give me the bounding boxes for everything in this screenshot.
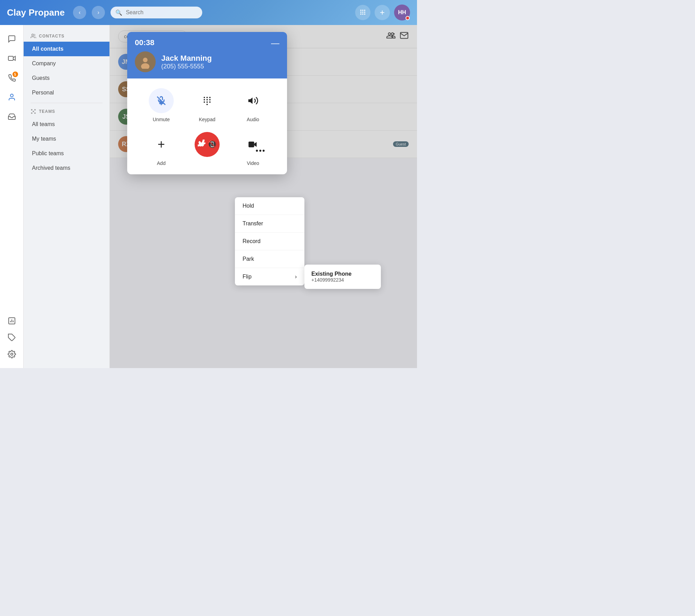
end-call-icon [198, 140, 207, 149]
add-label: Add [157, 160, 166, 166]
caller-avatar-icon [138, 55, 152, 69]
svg-point-34 [209, 99, 211, 100]
svg-point-31 [209, 97, 211, 98]
chat-icon [8, 35, 16, 43]
keypad-icon-wrap [195, 88, 220, 113]
sidebar-item-integrations[interactable] [3, 329, 20, 346]
settings-icon [8, 350, 16, 358]
svg-point-26 [143, 58, 147, 62]
svg-point-6 [360, 14, 362, 15]
nav-back-button[interactable]: ‹ [73, 6, 86, 19]
hangup-symbol: 📵 [207, 140, 217, 149]
header-search-input[interactable] [111, 7, 202, 18]
svg-point-8 [364, 14, 366, 15]
svg-point-19 [31, 109, 32, 110]
minimize-button[interactable]: — [271, 38, 279, 48]
teams-section-header: TEAMS [24, 106, 109, 117]
call-contact-info: Jack Manning (205) 555-5555 [135, 51, 271, 72]
more-icon: ••• [248, 138, 273, 163]
call-dialog: 00:38 Jack Manning (205) 5 [127, 32, 287, 174]
sidebar-item-public-teams[interactable]: Public teams [24, 146, 109, 161]
content-area: JM Jack Manning @gmail.com SS Samantha S… [110, 25, 417, 368]
sidebar-item-reports[interactable] [3, 313, 20, 329]
chevron-right-icon: › [295, 274, 297, 280]
keypad-icon [202, 95, 213, 106]
dialpad-button[interactable] [355, 5, 370, 20]
sidebar-item-company[interactable]: Company [24, 56, 109, 71]
add-call-icon: + [149, 132, 174, 157]
call-timer: 00:38 [135, 38, 271, 47]
phone-badge: 5 [13, 72, 18, 77]
audio-action[interactable]: Audio [240, 88, 265, 122]
flip-submenu[interactable]: Existing Phone +14099992234 [304, 265, 381, 289]
svg-point-1 [362, 10, 363, 11]
end-call-button[interactable]: 📵 [195, 132, 220, 157]
caller-info: Jack Manning (205) 555-5555 [161, 54, 212, 70]
transfer-menu-item[interactable]: Transfer [235, 215, 304, 233]
contacts-header-label: CONTACTS [39, 34, 64, 39]
sidebar-item-phone[interactable]: 5 [3, 69, 20, 86]
svg-point-35 [204, 101, 205, 103]
icon-bar-bottom [3, 313, 20, 363]
call-actions-row-1: Unmute Keypad [138, 88, 276, 122]
inbox-icon [8, 113, 16, 121]
status-dot [406, 16, 410, 20]
sidebar-item-contacts[interactable] [3, 89, 20, 106]
unmute-action[interactable]: Unmute [149, 88, 174, 122]
nav-forward-button[interactable]: › [92, 6, 105, 19]
contacts-section-icon [31, 33, 36, 39]
svg-point-30 [206, 97, 208, 98]
icon-bar: 5 [0, 25, 24, 368]
call-avatar [135, 51, 156, 72]
main-layout: 5 [0, 25, 417, 368]
caller-name: Jack Manning [161, 54, 212, 63]
sidebar: CONTACTS All contacts Company Guests Per… [24, 25, 110, 368]
flip-submenu-title: Existing Phone [311, 271, 374, 277]
app-title: Clay Propane [7, 7, 65, 18]
svg-point-36 [206, 101, 208, 103]
mic-slash-icon [156, 96, 166, 106]
keypad-action[interactable]: Keypad [195, 88, 220, 122]
hold-menu-item[interactable]: Hold [235, 197, 304, 215]
record-menu-item[interactable]: Record [235, 233, 304, 250]
end-call-section: 📵 [195, 132, 220, 157]
unmute-icon-circle [149, 88, 174, 113]
add-button[interactable]: + [375, 5, 390, 20]
audio-icon-wrap [240, 88, 265, 113]
contacts-section-header: CONTACTS [24, 31, 109, 42]
user-avatar-button[interactable]: HH [394, 5, 410, 20]
svg-point-5 [364, 11, 366, 13]
more-action[interactable]: ••• [248, 138, 273, 163]
sidebar-item-guests[interactable]: Guests [24, 71, 109, 85]
sidebar-item-all-contacts[interactable]: All contacts [24, 42, 109, 56]
svg-point-20 [34, 109, 35, 110]
sidebar-item-chat[interactable] [3, 31, 20, 47]
svg-point-10 [10, 94, 13, 97]
sidebar-item-video[interactable] [3, 50, 20, 67]
search-wrapper: 🔍 [111, 7, 250, 18]
sidebar-item-my-teams[interactable]: My teams [24, 132, 109, 146]
add-call-action[interactable]: + Add [149, 132, 174, 166]
keypad-label: Keypad [199, 117, 215, 122]
chart-icon [8, 317, 16, 325]
sidebar-item-archived-teams[interactable]: Archived teams [24, 161, 109, 175]
teams-header-label: TEAMS [39, 109, 55, 114]
call-header: 00:38 Jack Manning (205) 5 [127, 32, 287, 78]
sidebar-item-all-teams[interactable]: All teams [24, 117, 109, 132]
more-menu: Hold Transfer Record Park Flip › [235, 197, 304, 285]
sidebar-item-inbox[interactable] [3, 108, 20, 125]
svg-point-16 [11, 353, 13, 355]
sidebar-item-personal[interactable]: Personal [24, 85, 109, 100]
park-menu-item[interactable]: Park [235, 250, 304, 268]
flip-menu-item[interactable]: Flip › Existing Phone +14099992234 [235, 268, 304, 285]
puzzle-icon [8, 333, 16, 342]
teams-section-icon [31, 109, 36, 114]
dialpad-icon [359, 9, 367, 16]
svg-point-21 [31, 113, 32, 114]
sidebar-item-settings[interactable] [3, 346, 20, 363]
audio-label: Audio [247, 117, 259, 122]
svg-point-37 [209, 101, 211, 103]
avatar-initials: HH [398, 9, 406, 16]
contacts-icon [8, 93, 16, 101]
video-icon [8, 54, 16, 63]
